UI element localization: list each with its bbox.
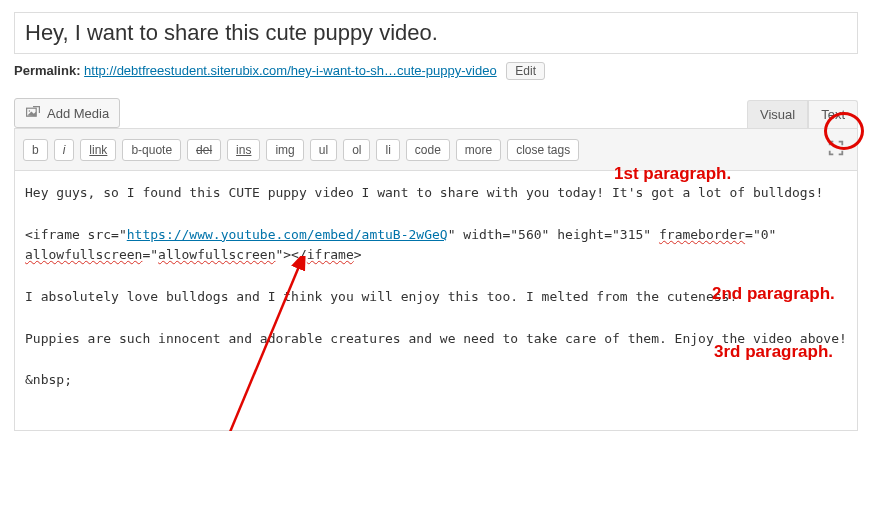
btn-italic[interactable]: i xyxy=(54,139,75,161)
media-tab-row: Add Media Visual Text xyxy=(14,98,858,128)
text-editor-area[interactable]: Hey guys, so I found this CUTE puppy vid… xyxy=(14,171,858,431)
btn-bquote[interactable]: b-quote xyxy=(122,139,181,161)
post-title-input[interactable] xyxy=(14,12,858,54)
btn-ins[interactable]: ins xyxy=(227,139,260,161)
permalink-row: Permalink: http://debtfreestudent.siteru… xyxy=(14,62,858,80)
nbsp-entity: &nbsp; xyxy=(25,372,72,387)
paragraph-3: Puppies are such innocent and adorable c… xyxy=(25,331,847,346)
svg-point-1 xyxy=(29,110,31,112)
btn-more[interactable]: more xyxy=(456,139,501,161)
add-media-button[interactable]: Add Media xyxy=(14,98,120,128)
permalink-edit-button[interactable]: Edit xyxy=(506,62,545,80)
fullscreen-button[interactable] xyxy=(823,135,849,164)
fullscreen-icon xyxy=(827,145,845,160)
paragraph-1: Hey guys, so I found this CUTE puppy vid… xyxy=(25,185,823,200)
link-label: link xyxy=(89,143,107,157)
btn-li[interactable]: li xyxy=(376,139,399,161)
btn-img[interactable]: img xyxy=(266,139,303,161)
add-media-label: Add Media xyxy=(47,106,109,121)
btn-link[interactable]: link xyxy=(80,139,116,161)
ins-label: ins xyxy=(236,143,251,157)
permalink-url[interactable]: http://debtfreestudent.siterubix.com/hey… xyxy=(84,63,497,78)
permalink-label: Permalink: xyxy=(14,63,80,78)
btn-code[interactable]: code xyxy=(406,139,450,161)
editor-screen: Permalink: http://debtfreestudent.siteru… xyxy=(0,0,872,431)
media-icon xyxy=(25,105,41,121)
btn-ol[interactable]: ol xyxy=(343,139,370,161)
tab-text[interactable]: Text xyxy=(808,100,858,128)
tab-visual[interactable]: Visual xyxy=(747,100,808,128)
text-toolbar: b i link b-quote del ins img ul ol li co… xyxy=(14,128,858,171)
btn-ul[interactable]: ul xyxy=(310,139,337,161)
btn-close-tags[interactable]: close tags xyxy=(507,139,579,161)
paragraph-2: I absolutely love bulldogs and I think y… xyxy=(25,289,737,304)
btn-del[interactable]: del xyxy=(187,139,221,161)
editor-tabs: Visual Text xyxy=(747,100,858,128)
italic-label: i xyxy=(63,143,66,157)
btn-bold[interactable]: b xyxy=(23,139,48,161)
iframe-code: <iframe src="https://www.youtube.com/emb… xyxy=(25,227,784,263)
iframe-src-url[interactable]: https://www.youtube.com/embed/amtuB-2wGe… xyxy=(127,227,448,242)
del-label: del xyxy=(196,143,212,157)
